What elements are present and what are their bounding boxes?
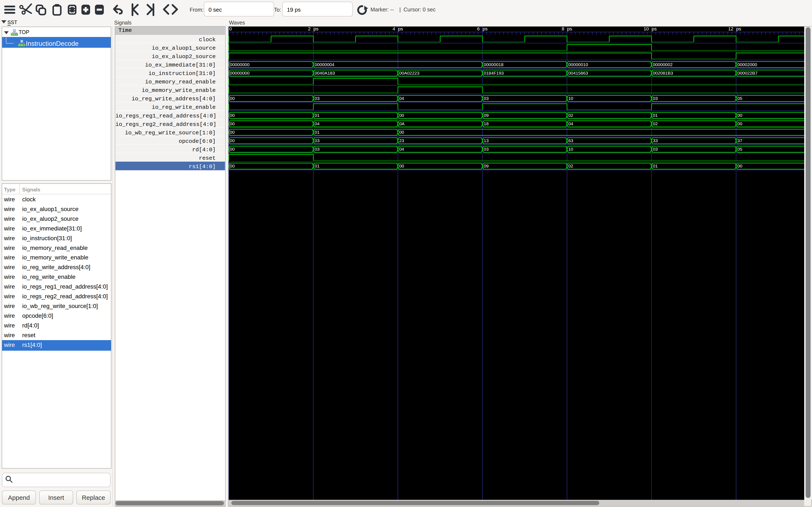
svg-text:00: 00 xyxy=(738,164,742,168)
svg-text:00: 00 xyxy=(230,130,235,134)
svg-text:00: 00 xyxy=(738,121,742,126)
svg-text:4: 4 xyxy=(393,26,395,32)
svg-text:00: 00 xyxy=(230,164,235,168)
svg-text:00000000: 00000000 xyxy=(230,62,250,67)
svg-text:00: 00 xyxy=(230,113,235,118)
svg-text:00000010: 00000010 xyxy=(568,62,588,67)
svg-text:10: 10 xyxy=(644,26,649,32)
svg-text:ps: ps xyxy=(483,26,488,32)
svg-text:05: 05 xyxy=(738,96,742,101)
svg-text:0A: 0A xyxy=(399,121,405,126)
svg-text:00: 00 xyxy=(230,121,235,126)
svg-text:00A02223: 00A02223 xyxy=(399,70,419,75)
svg-text:03: 03 xyxy=(653,96,658,101)
svg-text:13: 13 xyxy=(484,138,489,143)
svg-text:8: 8 xyxy=(562,26,564,32)
svg-text:00000018: 00000018 xyxy=(484,62,504,67)
svg-text:10: 10 xyxy=(568,96,573,101)
svg-text:04: 04 xyxy=(399,96,404,101)
svg-text:00000000: 00000000 xyxy=(230,70,250,75)
svg-text:10: 10 xyxy=(568,147,573,152)
svg-text:ps: ps xyxy=(736,26,741,32)
svg-text:ps: ps xyxy=(398,26,403,32)
svg-text:02: 02 xyxy=(568,164,573,168)
svg-text:00: 00 xyxy=(230,147,235,152)
svg-text:00: 00 xyxy=(738,113,742,118)
svg-text:01: 01 xyxy=(653,113,658,118)
svg-text:6: 6 xyxy=(477,26,479,32)
svg-text:0: 0 xyxy=(229,26,232,32)
svg-text:ps: ps xyxy=(652,26,657,32)
svg-text:00: 00 xyxy=(230,96,235,101)
svg-text:ps: ps xyxy=(567,26,572,32)
svg-text:00: 00 xyxy=(399,164,404,168)
svg-text:02: 02 xyxy=(568,113,573,118)
svg-text:2: 2 xyxy=(308,26,311,32)
svg-text:03: 03 xyxy=(484,147,489,152)
svg-text:23: 23 xyxy=(399,138,404,143)
svg-text:63: 63 xyxy=(568,138,573,143)
svg-text:03: 03 xyxy=(315,147,319,152)
svg-text:18: 18 xyxy=(484,121,489,126)
svg-text:12: 12 xyxy=(728,26,733,32)
svg-text:01: 01 xyxy=(315,164,319,168)
svg-text:00002000: 00002000 xyxy=(738,62,757,67)
svg-text:03: 03 xyxy=(653,147,658,152)
svg-text:00: 00 xyxy=(399,113,404,118)
svg-text:03: 03 xyxy=(315,138,319,143)
svg-text:33: 33 xyxy=(653,138,658,143)
svg-text:0040A183: 0040A183 xyxy=(315,70,335,75)
svg-text:04: 04 xyxy=(399,147,404,152)
svg-text:03: 03 xyxy=(315,96,319,101)
svg-text:00000004: 00000004 xyxy=(315,62,335,67)
svg-text:00000002: 00000002 xyxy=(653,62,672,67)
svg-text:04: 04 xyxy=(315,121,320,126)
svg-text:000022B7: 000022B7 xyxy=(738,70,758,75)
svg-text:04: 04 xyxy=(568,121,573,126)
svg-text:37: 37 xyxy=(738,138,742,143)
svg-text:00415863: 00415863 xyxy=(568,70,588,75)
svg-text:002081B3: 002081B3 xyxy=(653,70,673,75)
svg-text:09: 09 xyxy=(484,164,489,168)
svg-text:ps: ps xyxy=(314,26,318,32)
svg-text:0184F193: 0184F193 xyxy=(484,70,504,75)
svg-text:01: 01 xyxy=(315,113,319,118)
svg-text:03: 03 xyxy=(484,96,489,101)
svg-text:09: 09 xyxy=(484,113,489,118)
svg-text:01: 01 xyxy=(653,164,658,168)
svg-text:05: 05 xyxy=(738,147,742,152)
svg-text:00: 00 xyxy=(230,138,235,143)
svg-text:00: 00 xyxy=(399,130,404,134)
svg-text:02: 02 xyxy=(653,121,658,126)
svg-text:01: 01 xyxy=(315,130,319,134)
